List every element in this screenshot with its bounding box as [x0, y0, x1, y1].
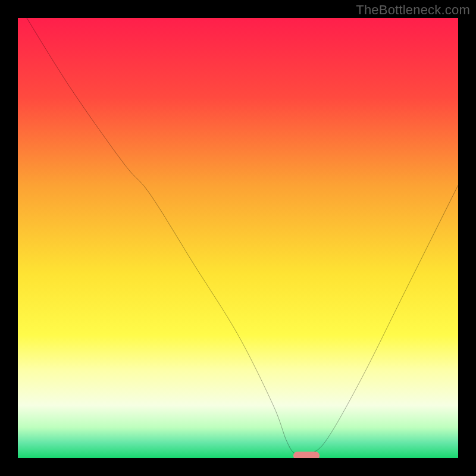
plot-area	[18, 18, 458, 458]
chart-frame: TheBottleneck.com	[0, 0, 476, 476]
optimal-range-pill	[293, 452, 320, 458]
watermark-text: TheBottleneck.com	[356, 2, 470, 18]
bottleneck-curve	[18, 18, 458, 458]
